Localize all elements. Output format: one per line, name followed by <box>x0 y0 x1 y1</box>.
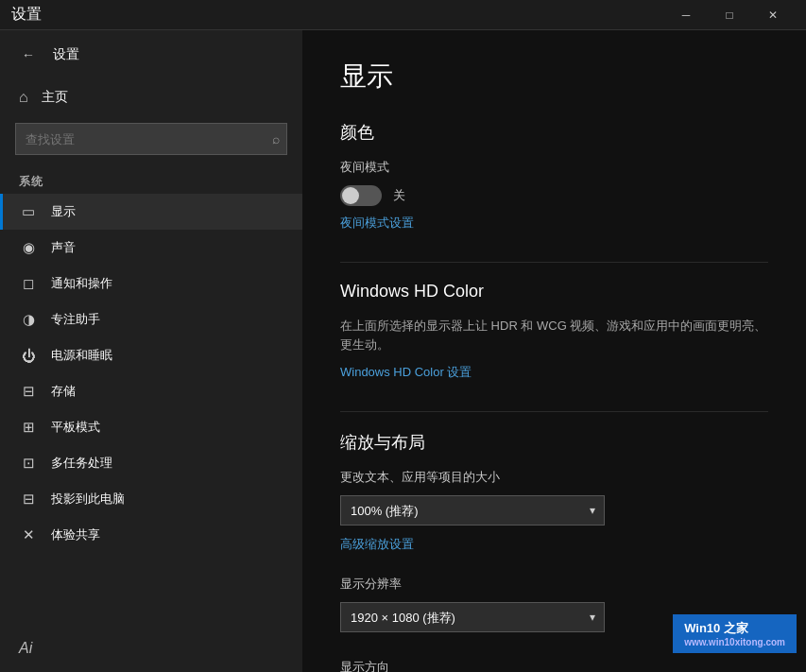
titlebar-controls: ─ □ ✕ <box>664 0 795 30</box>
sidebar-item-project-label: 投影到此电脑 <box>51 491 125 508</box>
watermark: Win10 之家 www.win10xitong.com <box>673 614 797 653</box>
resolution-label: 显示分辨率 <box>340 576 768 593</box>
storage-icon: ⊟ <box>19 383 38 400</box>
sidebar: ← 设置 ⌂ 主页 ⌕ 系统 ▭ 显示 ◉ 声音 ◻ 通知和操作 ◑ 专注助手 <box>0 30 302 672</box>
color-section-title: 颜色 <box>340 121 768 144</box>
focus-icon: ◑ <box>19 311 38 328</box>
size-dropdown-wrapper: 100% (推荐) 125% 150% 175% ▾ <box>340 495 605 526</box>
sidebar-item-display[interactable]: ▭ 显示 <box>0 194 302 230</box>
orientation-label: 显示方向 <box>340 659 768 672</box>
tablet-icon: ⊞ <box>19 419 38 436</box>
ai-label: Ai <box>19 640 32 656</box>
search-icon: ⌕ <box>272 131 280 146</box>
sidebar-item-focus-label: 专注助手 <box>51 311 100 328</box>
hd-color-description: 在上面所选择的显示器上让 HDR 和 WCG 视频、游戏和应用中的画面更明亮、更… <box>340 317 768 353</box>
toggle-knob <box>342 187 359 204</box>
sidebar-section-label: 系统 <box>0 163 302 194</box>
ai-area: Ai <box>0 625 302 672</box>
project-icon: ⊟ <box>19 491 38 508</box>
close-button[interactable]: ✕ <box>751 0 795 30</box>
sidebar-item-notifications-label: 通知和操作 <box>51 275 112 292</box>
divider-1 <box>340 262 768 263</box>
page-title: 显示 <box>340 59 768 95</box>
main-content: 显示 颜色 夜间模式 关 夜间模式设置 Windows HD Color 在上面… <box>302 30 806 672</box>
sidebar-item-focus[interactable]: ◑ 专注助手 <box>0 302 302 337</box>
search-box: ⌕ <box>15 123 287 155</box>
sidebar-item-share-label: 体验共享 <box>51 526 100 543</box>
sidebar-item-storage-label: 存储 <box>51 383 76 400</box>
search-input[interactable] <box>15 123 287 155</box>
titlebar-title: 设置 <box>11 5 42 25</box>
advanced-scale-link[interactable]: 高级缩放设置 <box>340 536 414 553</box>
night-mode-link[interactable]: 夜间模式设置 <box>340 215 414 232</box>
divider-2 <box>340 411 768 412</box>
sidebar-app-title: 设置 <box>53 46 79 63</box>
share-icon: ✕ <box>19 526 38 543</box>
sidebar-item-project[interactable]: ⊟ 投影到此电脑 <box>0 481 302 517</box>
maximize-button[interactable]: □ <box>708 0 751 30</box>
app-container: ← 设置 ⌂ 主页 ⌕ 系统 ▭ 显示 ◉ 声音 ◻ 通知和操作 ◑ 专注助手 <box>0 30 806 672</box>
sidebar-item-multitask[interactable]: ⊡ 多任务处理 <box>0 445 302 481</box>
size-label: 更改文本、应用等项目的大小 <box>340 469 768 486</box>
display-icon: ▭ <box>19 203 38 220</box>
resolution-dropdown-wrapper: 1920 × 1080 (推荐) 1600 × 900 1280 × 720 ▾ <box>340 602 605 632</box>
sidebar-item-tablet[interactable]: ⊞ 平板模式 <box>0 409 302 445</box>
sidebar-item-share[interactable]: ✕ 体验共享 <box>0 517 302 553</box>
multitask-icon: ⊡ <box>19 455 38 472</box>
sidebar-item-sound[interactable]: ◉ 声音 <box>0 230 302 266</box>
sidebar-item-power-label: 电源和睡眠 <box>51 347 112 364</box>
sidebar-item-display-label: 显示 <box>51 203 76 220</box>
sidebar-item-multitask-label: 多任务处理 <box>51 455 112 472</box>
sound-icon: ◉ <box>19 239 38 256</box>
scale-section-title: 缩放与布局 <box>340 431 768 454</box>
night-mode-label: 夜间模式 <box>340 159 768 176</box>
hd-color-link[interactable]: Windows HD Color 设置 <box>340 364 472 381</box>
minimize-button[interactable]: ─ <box>664 0 708 30</box>
home-icon: ⌂ <box>19 89 28 106</box>
night-mode-toggle-row: 关 <box>340 185 768 206</box>
notifications-icon: ◻ <box>19 275 38 292</box>
hd-color-title: Windows HD Color <box>340 282 768 302</box>
back-button[interactable]: ← <box>15 42 42 68</box>
sidebar-item-sound-label: 声音 <box>51 239 76 256</box>
watermark-line1: Win10 之家 <box>684 621 748 635</box>
sidebar-item-notifications[interactable]: ◻ 通知和操作 <box>0 266 302 302</box>
sidebar-item-storage[interactable]: ⊟ 存储 <box>0 373 302 409</box>
titlebar: 设置 ─ □ ✕ <box>0 0 806 30</box>
home-label: 主页 <box>42 89 68 106</box>
sidebar-item-home[interactable]: ⌂ 主页 <box>0 79 302 115</box>
resolution-dropdown[interactable]: 1920 × 1080 (推荐) 1600 × 900 1280 × 720 <box>340 602 605 632</box>
power-icon: ⏻ <box>19 348 38 364</box>
size-dropdown[interactable]: 100% (推荐) 125% 150% 175% <box>340 495 605 526</box>
watermark-line2: www.win10xitong.com <box>684 637 785 647</box>
night-mode-toggle[interactable] <box>340 185 382 206</box>
sidebar-item-tablet-label: 平板模式 <box>51 419 100 436</box>
sidebar-nav-top: ← 设置 <box>0 30 302 79</box>
sidebar-item-power[interactable]: ⏻ 电源和睡眠 <box>0 337 302 373</box>
night-mode-state: 关 <box>393 187 405 204</box>
